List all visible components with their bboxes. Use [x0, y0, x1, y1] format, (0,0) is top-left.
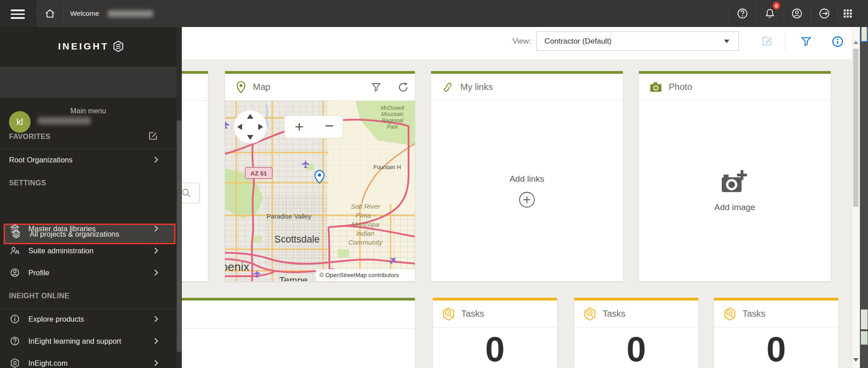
map-filter-button[interactable]: [371, 82, 382, 93]
notification-badge: 0: [773, 2, 780, 9]
notifications-button[interactable]: [764, 8, 776, 19]
my-links-tile: My links Add links: [431, 71, 623, 281]
edit-favorites-button[interactable]: [148, 130, 158, 141]
edit-view-button[interactable]: [761, 35, 773, 47]
filter-button[interactable]: [801, 36, 812, 47]
sidebar-item-explore-products[interactable]: Explore products: [0, 311, 176, 327]
map-refresh-button[interactable]: [398, 82, 409, 93]
chevron-right-icon: [154, 247, 158, 254]
home-button[interactable]: [44, 8, 56, 19]
ineight-online-header: INEIGHT ONLINE: [9, 289, 144, 303]
add-photo-icon[interactable]: [721, 170, 749, 195]
map-pan-control[interactable]: [234, 110, 267, 144]
chevron-down-icon: [724, 40, 729, 43]
svg-text:Fountain H: Fountain H: [373, 164, 401, 171]
chevron-right-icon: [154, 315, 158, 323]
info-icon: [832, 36, 844, 48]
chevron-right-icon: [154, 269, 158, 276]
svg-text:Tempe: Tempe: [279, 275, 307, 281]
svg-text:Mountain: Mountain: [381, 111, 404, 117]
info-circle-icon: [10, 314, 20, 324]
zoom-out-button[interactable]: −: [325, 117, 334, 134]
tasks-body: 0: [714, 330, 838, 368]
scroll-up-arrow[interactable]: [853, 40, 859, 44]
filter-funnel-icon: [801, 36, 812, 47]
account-button[interactable]: [791, 8, 803, 19]
tasks-count: 0: [626, 333, 646, 365]
svg-text:Scottsdale: Scottsdale: [274, 234, 319, 245]
search-icon: [181, 188, 191, 198]
apps-button[interactable]: [842, 8, 854, 19]
right-panel-item-selected[interactable]: [861, 26, 868, 42]
scroll-down-arrow[interactable]: [853, 358, 859, 362]
map-pin-icon: [236, 81, 246, 94]
chevron-right-icon: [154, 225, 158, 232]
svg-text:Community: Community: [348, 238, 383, 246]
pencil-square-icon: [148, 130, 158, 141]
top-bar: Welcome 0: [0, 0, 868, 27]
link-icon: [442, 82, 454, 93]
map-zoom-control[interactable]: + −: [284, 116, 343, 138]
user-name-redacted: [38, 117, 91, 125]
camera-icon: [650, 82, 662, 92]
map-tile-title: Map: [253, 82, 270, 92]
sidebar-item-ineight-com[interactable]: InEight.com: [0, 355, 176, 368]
ineight-logo: INEIGHT: [0, 35, 182, 58]
filter-funnel-icon: [371, 82, 382, 93]
view-dropdown[interactable]: Contractor (Default): [536, 31, 739, 51]
az51-road-badge: AZ 51: [245, 167, 272, 179]
sidebar-item-master-data[interactable]: Master data libraries: [0, 220, 176, 237]
chevron-right-icon: [154, 359, 158, 367]
svg-text:Salt River: Salt River: [351, 202, 380, 210]
tasks-count: 0: [766, 333, 786, 365]
tasks-tile-1: Tasks 0: [433, 298, 557, 368]
main-menu-label: Main menu: [0, 104, 176, 118]
tasks-count: 0: [485, 333, 504, 365]
info-button[interactable]: [832, 36, 844, 48]
svg-text:McDowell: McDowell: [381, 105, 404, 111]
photo-title: Photo: [669, 82, 692, 92]
ineight-hexagon-icon: [113, 40, 124, 52]
add-links-button[interactable]: [518, 191, 535, 208]
right-panel-item[interactable]: [861, 310, 868, 329]
tasks-header: Tasks: [574, 301, 698, 328]
settings-header: SETTINGS: [9, 176, 144, 190]
map-tile-header: Map: [225, 74, 415, 101]
refresh-icon: [398, 82, 409, 93]
tasks-title: Tasks: [742, 309, 765, 319]
tasks-badge-icon: [443, 307, 454, 321]
map-canvas[interactable]: AZ 51 McDowell Mountain Regional Park Fo…: [225, 101, 415, 281]
sidebar-item-suite-administration[interactable]: Suite administration: [0, 242, 176, 259]
zoom-in-button[interactable]: +: [295, 118, 304, 135]
sidebar-scrollbar-thumb[interactable]: [177, 121, 181, 352]
svg-text:Maricopa: Maricopa: [351, 220, 379, 228]
sidebar-item-profile[interactable]: Profile: [0, 265, 176, 281]
sidebar-item-root-organizations[interactable]: Root Organizations: [0, 152, 176, 168]
sign-out-icon: [819, 8, 830, 19]
tasks-tile-2: Tasks 0: [574, 298, 698, 368]
sign-out-button[interactable]: [819, 8, 830, 19]
add-links-label: Add links: [509, 174, 544, 184]
svg-text:Phoenix: Phoenix: [225, 260, 249, 274]
bell-icon: [764, 8, 776, 19]
person-circle-icon: [791, 8, 803, 19]
photo-body: Add image: [639, 101, 831, 281]
my-links-body: Add links: [431, 101, 623, 281]
help-button[interactable]: [737, 8, 748, 19]
tasks-header: Tasks: [714, 301, 838, 328]
svg-text:Paradise Valley: Paradise Valley: [266, 213, 311, 220]
page-scrollbar-thumb[interactable]: [853, 49, 859, 207]
profile-icon: [10, 268, 20, 278]
photo-tile: Photo Add image: [639, 71, 831, 281]
sidebar-item-learning-support[interactable]: InEight learning and support: [0, 333, 176, 349]
view-label: View:: [468, 31, 531, 51]
right-panel-item[interactable]: [861, 331, 868, 345]
user-key-icon: [10, 246, 20, 256]
hamburger-button[interactable]: [0, 0, 37, 27]
favorites-header: FAVORITES: [9, 130, 144, 144]
svg-text:© OpenStreetMap contributors: © OpenStreetMap contributors: [319, 272, 399, 278]
svg-text:Indian: Indian: [356, 229, 375, 237]
user-row[interactable]: kl: [0, 67, 182, 98]
svg-text:Park: Park: [387, 124, 399, 130]
bank-icon: [10, 224, 20, 233]
